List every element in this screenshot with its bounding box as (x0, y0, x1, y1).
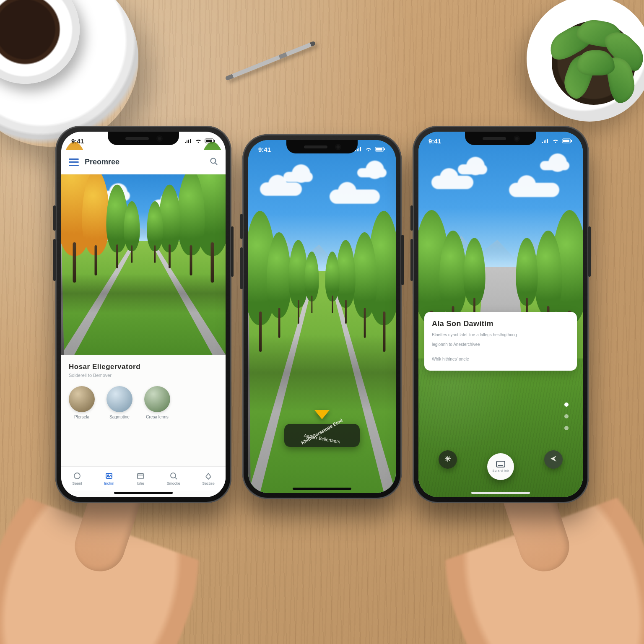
status-time: 9:41 (428, 138, 441, 145)
card-meta: Whik hithines' onele (432, 357, 569, 361)
pager-dot[interactable] (564, 402, 569, 407)
avatar-label: Plersela (74, 415, 89, 419)
phone-row: 9:41 Preomree (0, 126, 644, 570)
wifi-icon (195, 138, 202, 143)
info-card[interactable]: Ala Son Dawitim Blaettes dyant latet lin… (424, 312, 577, 371)
status-time: 9:41 (258, 146, 271, 153)
pager-dot[interactable] (564, 426, 569, 430)
bottom-controls: Sulard Inb (418, 448, 583, 486)
secondary-fab-left[interactable] (439, 450, 457, 469)
phone-left-screen: 9:41 Preomree (61, 132, 226, 497)
tab-label: Smocke (166, 481, 180, 486)
app-header: Preomree (61, 150, 226, 174)
succulent-plant (514, 0, 644, 134)
svg-point-8 (171, 473, 176, 478)
tab-item[interactable]: Sectise (202, 472, 215, 486)
card-title: Hosar Eliegervatord (69, 363, 218, 371)
tab-item[interactable]: Inchm (104, 472, 114, 486)
svg-rect-2 (214, 140, 215, 142)
send-icon (550, 455, 557, 464)
battery-icon (205, 138, 216, 143)
sparkle-icon (444, 455, 452, 464)
svg-point-4 (74, 473, 80, 479)
tab-item[interactable]: Smocke (166, 472, 180, 486)
tab-label: Seent (72, 481, 82, 486)
battery-icon (375, 147, 386, 152)
svg-rect-7 (138, 473, 143, 479)
card-title: Ala Son Dawitim (432, 319, 569, 328)
phone-right: 9:41 (413, 126, 589, 503)
card-line1: Blaettes dyant latet line a lallegs hest… (432, 332, 569, 338)
coffee-cup (0, 0, 80, 84)
wifi-icon (365, 147, 372, 152)
avatar-row: Plersela Sagmptine Cresa lenns (69, 386, 218, 419)
avatar-item[interactable]: Sagmptine (106, 386, 132, 419)
app-title: Preomree (85, 158, 119, 166)
home-indicator[interactable] (114, 492, 173, 494)
pager-dots[interactable] (564, 402, 569, 430)
location-chip[interactable]: Khith Sersstope Etod Aefferr Bcliertaers (284, 424, 360, 447)
card-line2: leglonnh to Anesterchivee (432, 341, 569, 348)
home-indicator[interactable] (471, 492, 530, 494)
battery-icon (562, 138, 573, 143)
pager-dot[interactable] (564, 414, 569, 418)
phone-right-screen: 9:41 (418, 132, 583, 497)
avatar-item[interactable]: Cresa lenns (144, 386, 170, 419)
phone-left: 9:41 Preomree (55, 126, 231, 503)
tab-label: Iohe (137, 481, 144, 486)
status-time: 9:41 (71, 138, 84, 145)
avatar (106, 386, 132, 412)
phone-middle-screen: 9:41 (248, 140, 396, 493)
fab-label: Sulard Inb (492, 469, 509, 473)
card-subtitle: Solderell to Bemover (69, 373, 218, 378)
avatar-label: Cresa lenns (146, 415, 168, 419)
svg-rect-13 (563, 140, 569, 142)
avatar-label: Sagmptine (109, 415, 130, 419)
svg-rect-10 (376, 148, 382, 151)
search-icon[interactable] (210, 157, 218, 167)
svg-rect-1 (206, 140, 212, 142)
secondary-fab-right[interactable] (544, 450, 563, 469)
svg-rect-14 (571, 140, 572, 142)
avatar-item[interactable]: Plersela (69, 386, 95, 419)
signal-icon (184, 138, 192, 143)
tab-label: Inchm (104, 481, 114, 486)
avatar (69, 386, 95, 412)
card-icon (496, 461, 505, 467)
svg-rect-11 (384, 148, 385, 150)
navigation-arrow-down-icon (314, 410, 330, 419)
home-indicator[interactable] (293, 488, 351, 490)
tab-label: Sectise (202, 481, 215, 486)
tab-bar: Seent Inchm Iohe Smocke Sectise (61, 466, 226, 491)
tab-item[interactable]: Seent (72, 472, 82, 486)
wifi-icon (552, 138, 559, 143)
hamburger-icon[interactable] (69, 158, 79, 166)
primary-fab[interactable]: Sulard Inb (487, 453, 514, 480)
hero-image[interactable] (61, 174, 226, 355)
phone-middle: 9:41 (242, 134, 402, 499)
svg-point-3 (211, 158, 216, 163)
tab-item[interactable]: Iohe (136, 472, 145, 486)
signal-icon (542, 138, 549, 143)
avatar (144, 386, 170, 412)
